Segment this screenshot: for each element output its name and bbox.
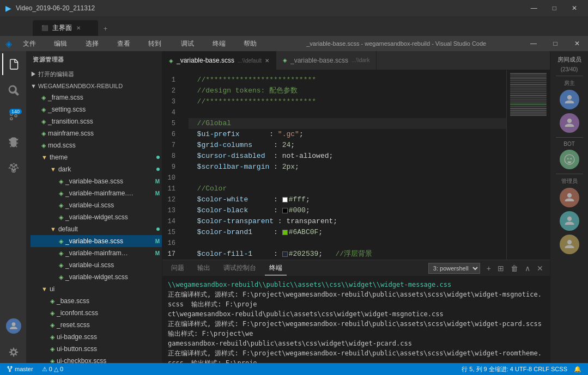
tree-item-default-varui[interactable]: ◈ _variable-ui.scss (31, 259, 162, 271)
code-line-8: $cursor-disabled : not-allowed; (189, 151, 506, 162)
terminal-tab-output[interactable]: 输出 (193, 261, 215, 275)
vscode-logo: ◈ (3, 38, 14, 49)
file-icon: ◈ (41, 130, 46, 137)
code-line-9: $scrollbar-margin : 2px; (189, 162, 506, 173)
close-tab-icon[interactable]: ✕ (76, 25, 81, 31)
tree-item-default-varbase[interactable]: ◈ _variable-base.scss M (31, 235, 162, 247)
vscode-maximize[interactable]: □ (544, 36, 566, 51)
activity-settings[interactable] (2, 341, 24, 363)
maximize-button[interactable]: □ (547, 4, 562, 12)
host-label: 房主 (564, 79, 575, 87)
code-content[interactable]: //************************** //design to… (184, 70, 506, 260)
tree-item-dark-varbase[interactable]: ◈ _variable-base.scss M (31, 175, 162, 187)
file-icon: ◈ (59, 274, 63, 281)
terminal-line-1: \\wegamesandbox-rebuild\\public\\assets\… (168, 280, 544, 290)
tree-item-setting[interactable]: ◈ _setting.scss (31, 103, 162, 115)
avatar-user2[interactable] (560, 113, 579, 133)
terminal-add-button[interactable]: + (484, 263, 493, 274)
terminal-close[interactable]: ✕ (535, 263, 545, 274)
terminal-trash-button[interactable]: 🗑 (508, 263, 520, 274)
tree-item-base[interactable]: ◈ _base.scss (31, 295, 162, 307)
activity-scm[interactable]: 140 (2, 106, 24, 127)
tree-item-ui[interactable]: ▼ ui (31, 283, 162, 295)
avatar-bot[interactable] (560, 150, 579, 169)
tree-item-dark-varui[interactable]: ◈ _variable-ui.scss (31, 199, 162, 211)
terminal-shell-select[interactable]: 3: powershell (428, 263, 480, 274)
activity-search[interactable] (2, 79, 24, 101)
terminal-tab-debug[interactable]: 调试控制台 (219, 261, 260, 275)
tree-item-dark-varmainframe[interactable]: ◈ _variable-mainframe.scss M (31, 187, 162, 199)
tab-label: _variable-base.scss (290, 57, 348, 64)
tree-item-badge[interactable]: ◈ ui-badge.scss (31, 331, 162, 343)
code-line-15: $color-brand1 : #6ABC0F; (189, 227, 506, 238)
tab-file-icon: ◈ (169, 58, 173, 64)
tree-item-dark-varwidget[interactable]: ◈ _variable-widget.scss (31, 211, 162, 223)
minimize-button[interactable]: — (525, 4, 543, 12)
activity-explorer[interactable] (2, 53, 24, 75)
window-controls[interactable]: — □ ✕ (525, 4, 583, 12)
menu-debug[interactable]: 调试(D) (175, 36, 207, 51)
vscode-close[interactable]: ✕ (566, 36, 588, 51)
terminal-chevron-up[interactable]: ∧ (523, 263, 532, 274)
terminal-line-3: ct\wegamesandbox-rebuild\public\assets\c… (168, 309, 544, 319)
tree-item-default-varwidget[interactable]: ◈ _variable-widget.scss (31, 271, 162, 283)
tree-item-checkbox[interactable]: ◈ ui-checkbox.scss (31, 355, 162, 363)
terminal-tab-terminal[interactable]: 终端 (265, 261, 287, 275)
tree-item-mainframe[interactable]: ◈ mainframe.scss (31, 127, 162, 139)
status-notification[interactable]: 🔔 (572, 365, 584, 373)
menu-edit[interactable]: 编辑(E) (49, 36, 80, 51)
open-editors-section[interactable]: ▶ 打开的编辑器 (26, 68, 162, 81)
file-icon: ◈ (50, 346, 54, 353)
tree-item-default[interactable]: ▼ default (31, 223, 162, 235)
status-git-branch[interactable]: master (4, 366, 35, 372)
terminal-tab-problems[interactable]: 问题 (167, 261, 189, 275)
project-section[interactable]: ▼ WEGAMESANDBOX-REBUILD (26, 81, 162, 91)
status-errors[interactable]: ⚠ 0 △ 0 (40, 366, 65, 373)
close-button[interactable]: ✕ (566, 4, 583, 12)
vscode-window-title: _variable-base.scss - wegamesandbox-rebu… (270, 40, 523, 47)
tree-item-frame[interactable]: ◈ _frame.scss (31, 91, 162, 103)
browser-tab-main[interactable]: ⬛ 主界面 ✕ (33, 20, 98, 36)
tree-item-reset[interactable]: ◈ _reset.scss (31, 319, 162, 331)
tree-item-default-varmainframe[interactable]: ◈ _variable-mainframe.scss M (31, 247, 162, 259)
editor-tab-default[interactable]: ◈ _variable-base.scss ...\\default ✕ (162, 51, 276, 70)
activity-avatar[interactable] (2, 315, 24, 337)
tree-item-iconfont[interactable]: ◈ _iconfont.scss (31, 307, 162, 319)
menu-select[interactable]: 选择(V) (80, 36, 112, 51)
menu-view[interactable]: 查看(V) (112, 36, 143, 51)
tree-item-dark[interactable]: ▼ dark (31, 163, 162, 175)
window-title: Video_2019-06-20_211312 (16, 4, 95, 12)
status-position[interactable]: 行 5, 列 9 全缩进: 4 UTF-8 CRLF SCSS (459, 365, 569, 373)
code-line-5: //Global (189, 118, 506, 129)
avatar-admin1[interactable] (560, 188, 579, 207)
code-line-7: $grid-columns : 24; (189, 140, 506, 151)
activity-extensions[interactable] (2, 158, 24, 180)
menu-help[interactable]: 帮助(H) (238, 36, 270, 51)
code-line-10 (189, 173, 506, 183)
avatar-host[interactable] (560, 90, 579, 109)
tree-item-theme[interactable]: ▼ theme (31, 151, 162, 163)
tree-item-button[interactable]: ◈ ui-button.scss (31, 343, 162, 355)
menu-goto[interactable]: 转到(G) (143, 36, 175, 51)
terminal-split-button[interactable]: ⊞ (495, 263, 506, 274)
editor-tab-dark[interactable]: ◈ _variable-base.scss ...\\dark (276, 51, 377, 70)
close-tab-button[interactable]: ✕ (265, 58, 269, 64)
chat-panel: 房间成员 (23/40) 房主 BOT 管理员 (550, 51, 588, 363)
tree-item-transition[interactable]: ◈ _transition.scss (31, 115, 162, 127)
file-icon: ◈ (50, 358, 54, 364)
tree-item-mod[interactable]: ◈ mod.scss (31, 139, 162, 151)
new-tab-button[interactable]: + (98, 22, 113, 36)
vscode-minimize[interactable]: — (523, 36, 544, 51)
vscode-body: 140 资源管理器 ▶ 打开的编辑器 ▼ WEGAMESANDBOX-REBUI (0, 51, 588, 363)
code-editor[interactable]: 1 2 3 4 5 6 7 8 9 10 11 12 13 14 15 16 1 (162, 70, 550, 260)
file-icon: ◈ (41, 106, 46, 113)
avatar-admin2[interactable] (560, 211, 579, 231)
menu-file[interactable]: 文件(F) (17, 36, 49, 51)
avatar-admin3[interactable] (560, 235, 579, 254)
menu-terminal[interactable]: 终端(T) (207, 36, 238, 51)
tab-favicon: ⬛ (41, 25, 48, 31)
room-count: (23/40) (561, 66, 578, 72)
activity-debug[interactable] (2, 132, 24, 153)
tab-label: _variable-base.scss (177, 57, 234, 64)
file-icon: ◈ (59, 238, 63, 245)
